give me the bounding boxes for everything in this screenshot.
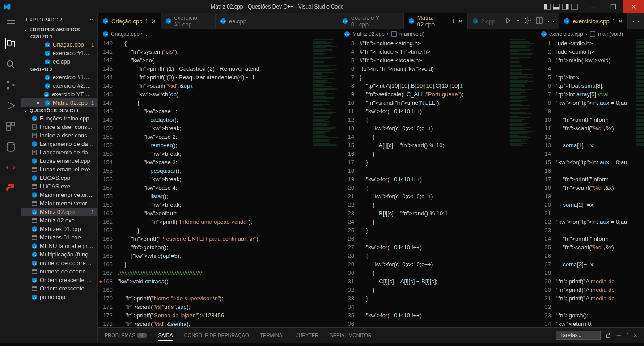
open-editor-item[interactable]: ✕C+Matriz 02.cpp1	[21, 98, 97, 107]
clear-icon[interactable]	[616, 332, 622, 338]
terminal-tab[interactable]: TERMINAL	[260, 330, 285, 340]
lock-icon[interactable]	[605, 332, 611, 338]
editor-tab[interactable]: C+2.cpp	[468, 13, 500, 29]
svg-text:C+: C+	[33, 159, 36, 162]
debug-console-tab[interactable]: CONSOLE DE DEPURAÇÃO	[184, 330, 249, 340]
svg-rect-101	[606, 335, 610, 337]
layout-icon[interactable]	[571, 3, 578, 10]
titlebar: Matriz 02.cpp - Questões Dev C++ - Visua…	[0, 0, 644, 13]
svg-point-14	[7, 142, 14, 145]
file-item[interactable]: numero de ocorrenci...	[21, 267, 97, 276]
output-tab[interactable]: SAÍDA	[158, 330, 173, 341]
svg-text:C+: C+	[167, 20, 170, 23]
svg-rect-97	[392, 32, 397, 37]
editor-tab[interactable]: C+exercicio YT 01.cpp	[338, 13, 404, 29]
file-item[interactable]: C+Matriz 02.cpp1	[21, 208, 97, 216]
source-control-icon[interactable]	[5, 80, 16, 90]
editor-tab[interactable]: C+exercicio #1.cpp	[161, 13, 216, 29]
editor-tab[interactable]: C+Criação.cpp 1 ✕	[98, 13, 161, 29]
open-editor-item[interactable]: C+exercicio #2.cpp	[21, 81, 97, 90]
svg-rect-6	[571, 4, 577, 9]
file-item[interactable]: Lucas emanuel.exe	[21, 165, 97, 174]
panel-close-icon[interactable]: ✕	[633, 333, 637, 338]
svg-point-9	[7, 87, 9, 89]
svg-text:C+: C+	[33, 227, 36, 231]
file-item[interactable]: C+Funções treino.cpp	[21, 114, 97, 123]
run-dropdown-icon[interactable]: ⌄	[516, 17, 520, 26]
breadcrumb-1[interactable]: C+ Criação.cpp › ...	[98, 29, 339, 39]
extensions-icon[interactable]	[5, 121, 16, 132]
remote-icon[interactable]	[5, 162, 16, 173]
svg-text:C+: C+	[46, 84, 49, 87]
file-item[interactable]: Matriz 02.exe	[21, 216, 97, 225]
file-item[interactable]: Lançamento de dado...	[21, 148, 97, 157]
open-editor-item[interactable]: C+Criação.cpp1	[21, 40, 97, 49]
file-item[interactable]: C+LUCAS.cpp	[21, 174, 97, 182]
file-item[interactable]: C+Ordem crescente.cpp	[21, 276, 97, 284]
file-item[interactable]: C+numero de ocorrenci...	[21, 259, 97, 267]
editor-tab[interactable]: C+exercicios.cpp 1 ✕	[559, 13, 628, 29]
editor-tab[interactable]: C+Matriz 02.cpp 1 ✕	[404, 13, 468, 29]
minimap-2[interactable]	[509, 39, 536, 327]
minimap-3[interactable]	[635, 39, 644, 327]
tasks-dropdown[interactable]: Tarefas ⌄	[556, 331, 600, 340]
file-item[interactable]: Indice a dser consulta...	[21, 123, 97, 131]
python-icon[interactable]	[5, 183, 16, 193]
database-icon[interactable]	[5, 141, 16, 152]
gear-icon[interactable]	[524, 17, 531, 24]
editor-tab[interactable]: C+ee.cpp	[216, 13, 251, 29]
minimap-1[interactable]	[312, 39, 339, 327]
more-icon[interactable]: ⋯	[88, 17, 93, 23]
file-item[interactable]: Matrizes 01.exe	[21, 233, 97, 242]
menu-icon[interactable]	[5, 18, 16, 29]
close-button[interactable]: ✕	[623, 0, 644, 13]
workspace-section[interactable]: ⌄QUESTÕES DEV C++	[21, 107, 97, 114]
open-editor-item[interactable]: C+exercicio #1.cpp	[21, 49, 97, 57]
file-item[interactable]: C+Lucas emanuel.cpp	[21, 157, 97, 165]
maximize-button[interactable]: ❐	[603, 0, 623, 13]
open-editor-item[interactable]: C+ee.cpp	[21, 57, 97, 66]
open-editor-item[interactable]: C+exercicio #1.cpp	[21, 73, 97, 81]
file-item[interactable]: Maior menor vetor.exe	[21, 199, 97, 208]
breadcrumb-3[interactable]: C+ exercicios.cpp › main(void)	[536, 29, 644, 39]
file-item[interactable]: C+Matrizes 01.cpp	[21, 225, 97, 233]
file-item[interactable]: LUCAS.exe	[21, 182, 97, 191]
jupyter-tab[interactable]: JUPYTER	[296, 330, 318, 340]
panel-left-icon[interactable]	[544, 3, 551, 10]
svg-rect-100	[590, 32, 595, 37]
open-editors-section[interactable]: ⌄EDITORES ABERTOS	[21, 26, 97, 33]
more-tabs-icon[interactable]: ⋯	[628, 17, 644, 26]
file-item[interactable]: C+MENU fatorial e prim...	[21, 242, 97, 250]
window-title: Matriz 02.cpp - Questões Dev C++ - Visua…	[11, 4, 544, 10]
file-item[interactable]: C+primo.cpp	[21, 293, 97, 301]
panel-bottom-icon[interactable]	[553, 3, 560, 10]
editor-pane-2: C+ Matriz 02.cpp › main(void) 3456789101…	[339, 29, 536, 327]
run-icon[interactable]	[504, 17, 512, 24]
explorer-icon[interactable]	[5, 38, 16, 49]
editor-area: C+Criação.cpp 1 ✕C+exercicio #1.cppC+ee.…	[98, 13, 644, 343]
more-actions-icon[interactable]: ⋯	[547, 17, 555, 26]
code-editor-2[interactable]: 3456789101112131415161718192021222324252…	[339, 39, 536, 327]
code-editor-1[interactable]: 1401411421431441451461471481491501511521…	[98, 39, 339, 327]
serial-monitor-tab[interactable]: SERIAL MONITOR	[330, 330, 372, 340]
svg-text:C+: C+	[410, 20, 413, 23]
file-item[interactable]: Indice a dser consulta...	[21, 131, 97, 140]
search-icon[interactable]	[5, 59, 16, 70]
code-editor-3[interactable]: 1234567891011121314151617181920212223242…	[536, 39, 644, 327]
breadcrumb-2[interactable]: C+ Matriz 02.cpp › main(void)	[339, 29, 536, 39]
file-item[interactable]: Ordem crescente.exe	[21, 284, 97, 293]
panel-right-icon[interactable]	[562, 3, 569, 10]
file-item[interactable]: C+Maior menor vetor.cpp	[21, 191, 97, 199]
panel-maximize-icon[interactable]: ^	[627, 333, 629, 338]
activity-bar	[0, 13, 21, 343]
split-icon[interactable]	[536, 17, 543, 24]
problems-tab[interactable]: PROBLEMAS 98	[105, 330, 147, 340]
svg-text:C+: C+	[33, 193, 36, 196]
minimize-button[interactable]: ─	[582, 0, 603, 13]
open-editor-item[interactable]: C+exercicio YT 01.c...	[21, 90, 97, 98]
svg-text:C+: C+	[565, 20, 568, 23]
debug-icon[interactable]	[5, 100, 16, 111]
svg-rect-69	[32, 269, 37, 271]
file-item[interactable]: C+Lançamento de dado...	[21, 140, 97, 148]
file-item[interactable]: C+Multiplicação (funçõe...	[21, 250, 97, 259]
